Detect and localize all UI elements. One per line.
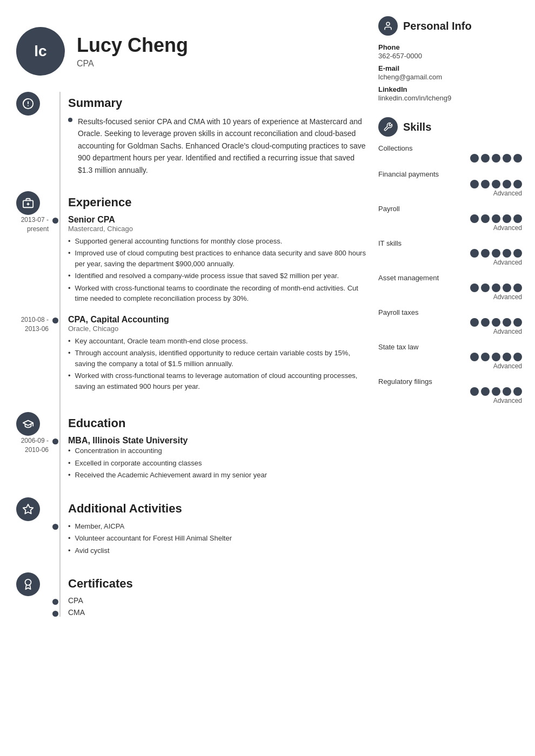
exp-title-2: CPA, Capital Accounting: [68, 315, 367, 325]
education-icon: [16, 412, 40, 436]
exp-bullet-1-3: Identified and resolved a company-wide p…: [68, 271, 367, 281]
skill-dot: [503, 154, 511, 163]
exp-bullets-2: Key accountant, Oracle team month-end cl…: [68, 336, 367, 392]
certificates-title: Certificates: [68, 572, 367, 591]
edu-date-1: 2006-09 -2010-06: [10, 436, 49, 455]
certificates-section: Certificates CPA CMA: [16, 572, 367, 617]
svg-point-8: [386, 22, 390, 25]
skill-level-financial: Advanced: [378, 190, 522, 197]
exp-company-1: Mastercard, Chicago: [68, 225, 367, 233]
timeline-dot-cert-2: [52, 611, 58, 617]
skill-level-payroll: Advanced: [378, 224, 522, 232]
experience-section: Experience 2013-07 -present Senior CPA M…: [16, 191, 367, 397]
exp-title-1: Senior CPA: [68, 215, 367, 225]
exp-bullet-1-2: Improved use of cloud computing best pra…: [68, 248, 367, 269]
exp-bullet-1-4: Worked with cross-functional teams to co…: [68, 283, 367, 304]
edu-bullet-1-1: Concentration in accounting: [68, 446, 367, 456]
skills-section: Skills Collections Financial payments: [378, 117, 522, 404]
skill-dot: [492, 154, 500, 163]
education-section: Education 2006-09 -2010-06 MBA, Illinois…: [16, 412, 367, 482]
skill-regulatory: Regulatory filings Advanced: [378, 377, 522, 404]
right-column: Personal Info Phone 362-657-0000 E-mail …: [367, 0, 535, 756]
resume-container: lc Lucy Cheng CPA: [0, 0, 535, 756]
skill-name-it: IT skills: [378, 239, 522, 247]
timeline-dot-edu-1: [52, 438, 58, 444]
skill-financial-payments: Financial payments Advanced: [378, 170, 522, 197]
resume-header: lc Lucy Cheng CPA: [0, 16, 367, 86]
skills-icon: [378, 117, 398, 137]
edu-bullet-1-3: Received the Academic Achievement award …: [68, 470, 367, 481]
svg-marker-6: [23, 504, 33, 514]
skill-bar-regulatory: [378, 387, 522, 396]
skill-bar-payroll-taxes: [378, 318, 522, 327]
exp-bullet-2-1: Key accountant, Oracle team month-end cl…: [68, 336, 367, 347]
skill-name-collections: Collections: [378, 144, 522, 152]
skill-bar-state-tax: [378, 353, 522, 361]
edu-degree-1: MBA, Illinois State University: [68, 436, 367, 446]
edu-bullet-1-2: Excelled in corporate accounting classes: [68, 458, 367, 469]
exp-bullet-1-1: Supported general accounting functions f…: [68, 236, 367, 247]
skill-dot: [470, 154, 479, 163]
exp-bullets-1: Supported general accounting functions f…: [68, 236, 367, 304]
edu-bullets-1: Concentration in accounting Excelled in …: [68, 446, 367, 481]
personal-info-title: Personal Info: [403, 20, 472, 32]
exp-company-2: Oracle, Chicago: [68, 325, 367, 333]
experience-title: Experience: [68, 191, 367, 210]
skill-bar-asset: [378, 284, 522, 292]
experience-icon: [16, 191, 40, 215]
additional-bullet-3: Avid cyclist: [68, 545, 367, 556]
email-value: lcheng@gamail.com: [378, 73, 522, 81]
skill-bar-payroll: [378, 214, 522, 223]
skill-name-state-tax: State tax law: [378, 343, 522, 351]
education-title: Education: [68, 412, 367, 430]
skill-payroll-taxes: Payroll taxes Advanced: [378, 308, 522, 335]
additional-icon: [16, 497, 40, 521]
skill-payroll: Payroll Advanced: [378, 205, 522, 232]
exp-item-2: 2010-08 -2013-06 CPA, Capital Accounting…: [68, 315, 367, 392]
skill-state-tax: State tax law Advanced: [378, 343, 522, 370]
phone-value: 362-657-0000: [378, 52, 522, 60]
personal-info-icon: [378, 16, 398, 36]
timeline-dot-1: [52, 218, 58, 224]
additional-bullet-2: Volunteer accountant for Forest Hill Ani…: [68, 533, 367, 544]
skill-level-state-tax: Advanced: [378, 362, 522, 370]
header-text: Lucy Cheng CPA: [77, 34, 188, 69]
skill-bar-it: [378, 249, 522, 258]
exp-item-1: 2013-07 -present Senior CPA Mastercard, …: [68, 215, 367, 304]
skill-asset-management: Asset management Advanced: [378, 274, 522, 301]
skill-dot: [513, 154, 522, 163]
skill-name-asset: Asset management: [378, 274, 522, 282]
skill-collections: Collections: [378, 144, 522, 163]
skill-level-asset: Advanced: [378, 293, 522, 301]
skills-header: Skills: [378, 117, 522, 137]
skill-level-regulatory: Advanced: [378, 397, 522, 404]
cert-item-2: CMA: [68, 608, 367, 617]
phone-label: Phone: [378, 43, 522, 51]
skill-name-regulatory: Regulatory filings: [378, 377, 522, 386]
summary-title: Summary: [68, 92, 367, 110]
skill-name-payroll: Payroll: [378, 205, 522, 213]
edu-item-1: 2006-09 -2010-06 MBA, Illinois State Uni…: [68, 436, 367, 481]
personal-info-section: Personal Info Phone 362-657-0000 E-mail …: [378, 16, 522, 102]
timeline-dot-add: [52, 524, 58, 530]
candidate-name: Lucy Cheng: [77, 34, 188, 57]
email-label: E-mail: [378, 64, 522, 72]
candidate-subtitle: CPA: [77, 59, 188, 69]
skill-bar-financial: [378, 180, 522, 188]
additional-title: Additional Activities: [68, 497, 367, 516]
exp-bullet-2-2: Through account analysis, identified opp…: [68, 348, 367, 369]
personal-info-header: Personal Info: [378, 16, 522, 36]
avatar: lc: [16, 27, 65, 76]
certificates-icon: [16, 572, 40, 596]
skill-level-it: Advanced: [378, 259, 522, 266]
timeline-dot-2: [52, 318, 58, 323]
summary-section: Summary Results-focused senior CPA and C…: [16, 92, 367, 176]
skill-level-payroll-taxes: Advanced: [378, 328, 522, 335]
skills-title: Skills: [403, 121, 431, 133]
summary-icon: [16, 92, 40, 116]
linkedin-value: linkedin.com/in/lcheng9: [378, 94, 522, 102]
summary-text: Results-focused senior CPA and CMA with …: [78, 116, 367, 176]
additional-bullets: Member, AICPA Volunteer accountant for F…: [68, 521, 367, 556]
cert-item-1: CPA: [68, 596, 367, 605]
skill-name-payroll-taxes: Payroll taxes: [378, 308, 522, 316]
